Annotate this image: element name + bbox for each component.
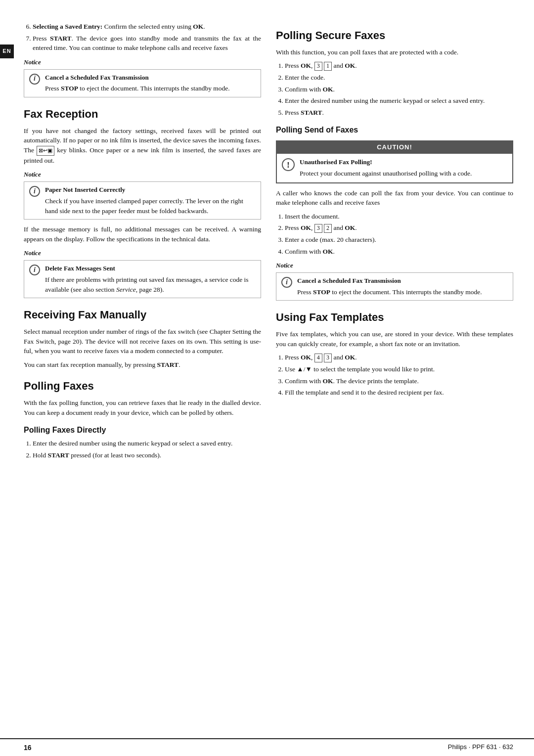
page: EN Selecting a Saved Entry: Confirm the … (0, 0, 534, 756)
list-item: Press START. The device goes into standb… (33, 34, 261, 53)
polling-secure-body: With this function, you can poll faxes t… (276, 47, 513, 57)
caution-title: Unauthorised Fax Polling! (300, 158, 472, 167)
language-tab: EN (0, 44, 14, 58)
using-fax-templates-list: Press OK, 4 3 and OK. Use ▲/▼ to select … (285, 353, 513, 397)
list-item: Confirm with OK. The device prints the t… (285, 376, 513, 386)
main-content: Selecting a Saved Entry: Confirm the sel… (0, 0, 534, 738)
list-item: Fill the template and send it to the des… (285, 388, 513, 398)
caution-content: Unauthorised Fax Polling! Protect your d… (300, 158, 472, 178)
kbd-3c: 3 (324, 354, 332, 362)
notice-block-cancel-right: Notice i Cancel a Scheduled Fax Transmis… (276, 261, 513, 301)
notice-box-cancel-right: i Cancel a Scheduled Fax Transmission Pr… (276, 272, 513, 301)
polling-faxes-body: With the fax polling function, you can r… (24, 398, 261, 417)
caution-text: Protect your document against unauthoris… (300, 170, 472, 177)
item6-label: Selecting a Saved Entry: (33, 23, 102, 30)
right-column: Polling Secure Faxes With this function,… (276, 19, 513, 719)
notice-title: Cancel a Scheduled Fax Transmission (45, 73, 256, 83)
list-item: Enter the desired number using the numer… (33, 439, 261, 448)
polling-faxes-directly-title: Polling Faxes Directly (24, 424, 261, 436)
notice-label3: Notice (24, 249, 261, 258)
notice-content: Cancel a Scheduled Fax Transmission Pres… (45, 73, 256, 93)
notice-title2: Paper Not Inserted Correctly (45, 185, 256, 195)
notice-box-delete: i Delete Fax Messages Sent If there are … (24, 260, 261, 298)
notice-content2: Paper Not Inserted Correctly Check if yo… (45, 185, 256, 216)
receiving-fax-body2: You can start fax reception manually, by… (24, 360, 261, 370)
notice-label2: Notice (24, 170, 261, 179)
kbd-2: 2 (324, 224, 332, 233)
polling-send-title: Polling Send of Faxes (276, 124, 513, 135)
left-column: Selecting a Saved Entry: Confirm the sel… (24, 19, 261, 719)
kbd-3: 3 (314, 62, 322, 71)
polling-send-list: Insert the document. Press OK, 3 2 and O… (285, 212, 513, 256)
page-footer: 16 Philips · PPF 631 · 632 (0, 738, 534, 756)
list-item: Insert the document. (285, 212, 513, 222)
list-item: Press OK, 4 3 and OK. (285, 353, 513, 362)
kbd-1: 1 (324, 62, 332, 71)
list-item: Use ▲/▼ to select the template you would… (285, 364, 513, 374)
polling-faxes-title: Polling Faxes (24, 378, 261, 394)
notice-label: Notice (24, 58, 261, 67)
receiving-fax-body: Select manual reception under number of … (24, 327, 261, 356)
notice-text2: Check if you have inserted clamped paper… (45, 197, 243, 215)
list-item: Press OK, 3 2 and OK. (285, 223, 513, 233)
info-icon4: i (281, 277, 292, 288)
notice-block-paper: Notice i Paper Not Inserted Correctly Ch… (24, 170, 261, 220)
caution-header: CAUTION! (277, 141, 512, 154)
info-icon: i (29, 74, 40, 85)
list-item: Confirm with OK. (285, 85, 513, 94)
list-item: Enter the code. (285, 73, 513, 83)
list-item: Hold START pressed (for at least two sec… (33, 450, 261, 460)
fax-reception-para2: If the message memory is full, no additi… (24, 224, 261, 244)
list-item: Press OK, 3 1 and OK. (285, 61, 513, 71)
notice-label-right: Notice (276, 261, 513, 270)
notice-block-delete: Notice i Delete Fax Messages Sent If the… (24, 249, 261, 298)
notice-title4: Cancel a Scheduled Fax Transmission (297, 276, 508, 286)
item7-text: Press START. The device goes into standb… (33, 35, 261, 52)
using-fax-templates-title: Using Fax Templates (276, 310, 513, 325)
caution-icon: ! (282, 158, 295, 171)
kbd-4: 4 (314, 354, 322, 362)
notice-title3: Delete Fax Messages Sent (45, 264, 256, 273)
notice-text4: Press STOP to eject the document. This i… (297, 288, 482, 296)
list-item: Press START. (285, 108, 513, 118)
list-item: Confirm with OK. (285, 247, 513, 257)
notice-text3: If there are problems with printing out … (45, 276, 249, 293)
top-list: Selecting a Saved Entry: Confirm the sel… (33, 22, 261, 53)
item6-text: Confirm the selected entry using OK. (104, 23, 205, 30)
list-item: Selecting a Saved Entry: Confirm the sel… (33, 22, 261, 32)
notice-box-paper: i Paper Not Inserted Correctly Check if … (24, 181, 261, 220)
caution-body: ! Unauthorised Fax Polling! Protect your… (277, 154, 512, 182)
notice-content4: Cancel a Scheduled Fax Transmission Pres… (297, 276, 508, 297)
polling-send-body: A caller who knows the code can poll the… (276, 188, 513, 208)
polling-secure-title: Polling Secure Faxes (276, 28, 513, 44)
notice-content3: Delete Fax Messages Sent If there are pr… (45, 264, 256, 294)
list-item: Enter the desired number using the numer… (285, 96, 513, 106)
fax-reception-body: If you have not changed the factory sett… (24, 126, 261, 166)
info-icon2: i (29, 186, 40, 197)
film-icon: ⊠↩▣ (37, 146, 54, 156)
polling-secure-list: Press OK, 3 1 and OK. Enter the code. Co… (285, 61, 513, 117)
fax-reception-title: Fax Reception (24, 106, 261, 122)
using-fax-templates-body: Five fax templates, which you can use, a… (276, 329, 513, 349)
page-number: 16 (24, 743, 32, 753)
notice-block-cancel-top: Notice i Cancel a Scheduled Fax Transmis… (24, 58, 261, 97)
caution-box: CAUTION! ! Unauthorised Fax Polling! Pro… (276, 140, 513, 183)
polling-directly-list: Enter the desired number using the numer… (33, 439, 261, 460)
brand-name: Philips · PPF 631 · 632 (448, 743, 513, 752)
kbd-3b: 3 (314, 224, 322, 233)
receiving-fax-title: Receiving Fax Manually (24, 307, 261, 323)
notice-box-cancel-top: i Cancel a Scheduled Fax Transmission Pr… (24, 69, 261, 97)
info-icon3: i (29, 265, 40, 275)
notice-text: Press STOP to eject the document. This i… (45, 85, 230, 92)
list-item: Enter a code (max. 20 characters). (285, 235, 513, 245)
